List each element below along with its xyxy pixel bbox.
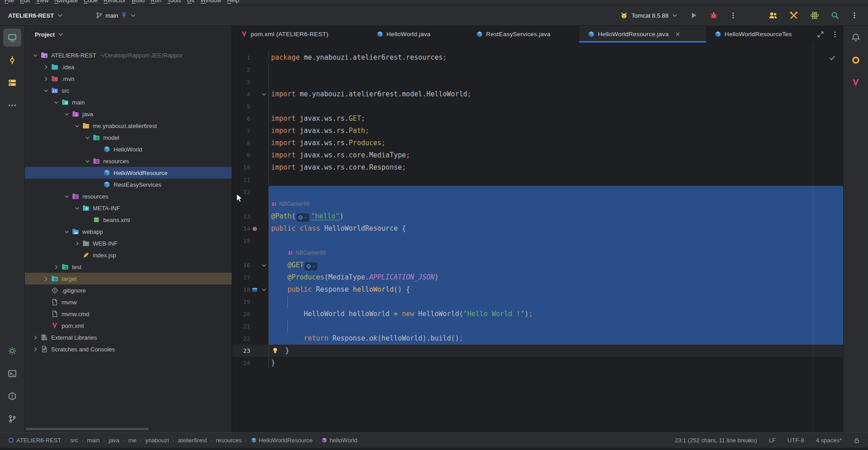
code-text[interactable]: import javax.ws.rs.GET; bbox=[268, 113, 843, 125]
menu-item-help[interactable]: Help bbox=[227, 0, 239, 2]
collapse-chevron-icon[interactable] bbox=[43, 88, 49, 94]
tree-item--mvn[interactable]: .mvn bbox=[25, 73, 232, 85]
code-text[interactable] bbox=[268, 320, 843, 332]
chevron-down-icon[interactable] bbox=[57, 31, 64, 38]
code-text[interactable]: } bbox=[268, 357, 843, 369]
url-inlay[interactable] bbox=[305, 262, 317, 270]
code-editor[interactable]: 1package me.ynabouzi.atelier6rest.resour… bbox=[232, 43, 843, 432]
code-text[interactable] bbox=[268, 174, 843, 186]
collapse-chevron-icon[interactable] bbox=[64, 229, 70, 235]
build-tools-button[interactable] bbox=[787, 9, 801, 22]
fold-chevron-icon[interactable] bbox=[261, 287, 267, 293]
line-ending[interactable]: LF bbox=[769, 437, 776, 444]
search-everywhere-button[interactable] bbox=[828, 9, 842, 22]
code-text[interactable] bbox=[268, 64, 843, 76]
push-arrow-icon[interactable] bbox=[121, 12, 127, 19]
expand-editor-icon[interactable] bbox=[817, 31, 824, 38]
code-text[interactable]: @GET bbox=[268, 259, 843, 271]
expand-chevron-icon[interactable] bbox=[53, 264, 59, 270]
fold-chevron-icon[interactable] bbox=[261, 91, 267, 97]
collapse-chevron-icon[interactable] bbox=[85, 135, 91, 141]
tree-item--idea[interactable]: .idea bbox=[25, 61, 232, 73]
code-author-inlay[interactable]: NBGamer99 bbox=[279, 198, 310, 210]
code-text[interactable]: import me.ynabouzi.atelier6rest.model.He… bbox=[268, 88, 843, 100]
menu-item-window[interactable]: Window bbox=[200, 0, 221, 2]
services-tool-button[interactable] bbox=[3, 342, 21, 360]
plugin-atom-button[interactable] bbox=[807, 9, 822, 22]
tree-item-java[interactable]: java bbox=[25, 108, 232, 120]
tree-item-target[interactable]: target bbox=[25, 273, 232, 284]
breadcrumb-main[interactable]: main bbox=[87, 437, 100, 444]
commit-tool-button[interactable] bbox=[3, 51, 21, 69]
tree-item-src[interactable]: src bbox=[25, 85, 232, 96]
tree-item-resources[interactable]: resources bbox=[25, 190, 232, 202]
tree-item-model[interactable]: model bbox=[25, 132, 232, 143]
api-gutter-icon[interactable] bbox=[252, 287, 258, 293]
tree-item-resources[interactable]: resources bbox=[25, 155, 232, 167]
run-configuration-selector[interactable]: Tomcat 8.5.88 bbox=[617, 9, 681, 22]
code-text[interactable]: NBGamer99 bbox=[268, 198, 843, 210]
code-text[interactable]: NBGamer99 bbox=[268, 247, 843, 259]
url-inlay[interactable] bbox=[296, 213, 309, 222]
menu-item-tools[interactable]: Tools bbox=[167, 0, 181, 2]
tab-pom-xml-atelier6-rest-[interactable]: pom.xml (ATELIER6-REST) bbox=[232, 26, 368, 43]
code-text[interactable]: import javax.ws.rs.Path; bbox=[268, 125, 843, 137]
code-text[interactable]: HelloWorld helloWorld = new HelloWorld("… bbox=[268, 308, 843, 320]
tree-item-me-ynabouzi-atelier6rest[interactable]: me.ynabouzi.atelier6rest bbox=[25, 120, 232, 132]
collapse-chevron-icon[interactable] bbox=[64, 111, 70, 117]
collapse-chevron-icon[interactable] bbox=[74, 123, 80, 129]
menu-item-file[interactable]: File bbox=[5, 0, 14, 2]
tree-item-webapp[interactable]: webapp bbox=[25, 226, 232, 237]
tree-item-test[interactable]: test bbox=[25, 261, 232, 273]
breadcrumb-ynabouzi[interactable]: ynabouzi bbox=[145, 437, 169, 444]
menu-item-view[interactable]: View bbox=[36, 0, 48, 2]
tab-helloworld-java[interactable]: HelloWorld.java bbox=[368, 26, 467, 43]
bean-gutter-icon[interactable] bbox=[252, 226, 258, 232]
tree-item-helloworld[interactable]: HelloWorld bbox=[25, 143, 232, 155]
breadcrumb-atelier6rest[interactable]: atelier6rest bbox=[178, 437, 207, 444]
breadcrumb-atelier6-rest[interactable]: ATELIER6-REST bbox=[8, 437, 61, 444]
code-with-me-button[interactable] bbox=[766, 9, 780, 22]
tree-item-beans-xml[interactable]: beans.xml bbox=[25, 214, 232, 226]
expand-chevron-icon[interactable] bbox=[43, 76, 49, 82]
close-tab-icon[interactable] bbox=[675, 31, 681, 37]
code-text[interactable] bbox=[268, 186, 843, 198]
collapse-chevron-icon[interactable] bbox=[53, 99, 59, 105]
structure-tool-button[interactable] bbox=[3, 74, 21, 92]
project-selector[interactable]: ATELIER6-REST bbox=[8, 12, 54, 19]
tree-item-resteasyservices[interactable]: RestEasyServices bbox=[25, 179, 232, 190]
tree-item-index-jsp[interactable]: index.jsp bbox=[25, 249, 232, 261]
tree-item-pom-xml[interactable]: pom.xml bbox=[25, 320, 232, 332]
code-text[interactable] bbox=[268, 235, 843, 247]
menu-item-edit[interactable]: Edit bbox=[20, 0, 30, 2]
more-run-options-button[interactable] bbox=[727, 9, 739, 22]
inspections-ok-icon[interactable] bbox=[829, 54, 836, 62]
tree-item-mvnw-cmd[interactable]: mvnw.cmd bbox=[25, 308, 232, 320]
code-text[interactable] bbox=[268, 296, 843, 308]
debug-button[interactable] bbox=[707, 9, 720, 22]
horizontal-scrollbar[interactable] bbox=[26, 428, 149, 430]
settings-menu-button[interactable] bbox=[848, 9, 861, 22]
breadcrumb-java[interactable]: java bbox=[109, 437, 119, 444]
tree-item-web-inf[interactable]: WEB-INF bbox=[25, 237, 232, 249]
expand-chevron-icon[interactable] bbox=[43, 276, 49, 282]
problems-tool-button[interactable] bbox=[3, 387, 21, 405]
code-author-inlay[interactable]: NBGamer99 bbox=[296, 247, 326, 259]
menu-item-refactor[interactable]: Refactor bbox=[104, 0, 126, 2]
file-encoding[interactable]: UTF-8 bbox=[787, 437, 804, 444]
expand-chevron-icon[interactable] bbox=[33, 346, 38, 352]
code-text[interactable]: import javax.ws.rs.Produces; bbox=[268, 137, 843, 149]
breadcrumb-me[interactable]: me bbox=[129, 437, 137, 444]
breadcrumb-helloworld[interactable]: helloWorld bbox=[321, 437, 357, 444]
caret-position[interactable]: 23:1 (252 chars, 11 line breaks) bbox=[675, 437, 757, 444]
fold-chevron-icon[interactable] bbox=[261, 262, 267, 268]
version-control-tool-button[interactable] bbox=[3, 410, 21, 428]
project-tool-button[interactable] bbox=[3, 28, 21, 47]
collapse-chevron-icon[interactable] bbox=[33, 52, 38, 58]
more-tool-windows-button[interactable] bbox=[3, 96, 21, 114]
indent-setting[interactable]: 4 spaces* bbox=[816, 437, 842, 444]
tab-resteasyservices-java[interactable]: RestEasyServices.java bbox=[467, 26, 579, 43]
breadcrumb-src[interactable]: src bbox=[70, 437, 78, 444]
collapse-chevron-icon[interactable] bbox=[64, 194, 70, 199]
tree-item-helloworldresource[interactable]: HelloWorldResource bbox=[25, 167, 232, 179]
